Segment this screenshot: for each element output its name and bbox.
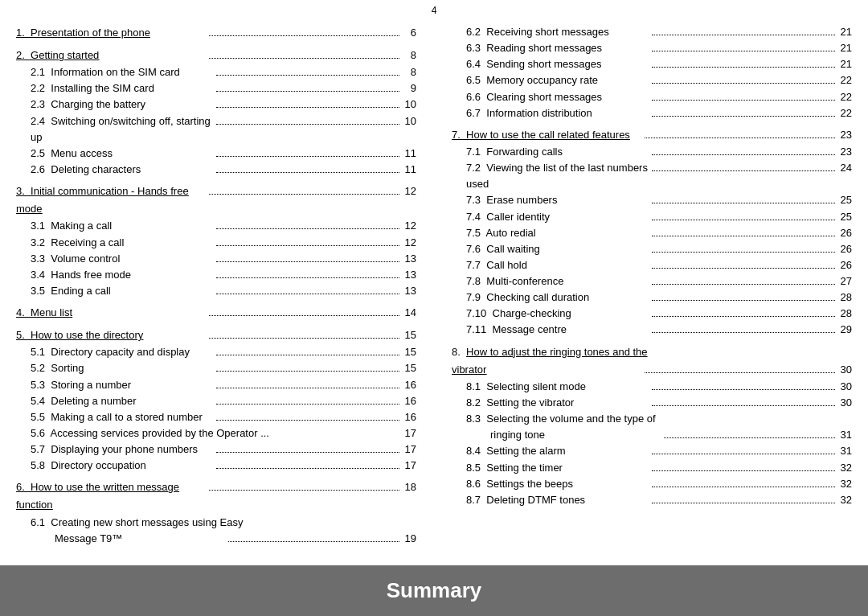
section-3-label: 3. Initial communication - Hands free mo…: [16, 183, 207, 218]
toc-entry-6-7: 6.7 Information distribution 22: [452, 105, 852, 121]
entry-5-2-page: 15: [402, 360, 416, 376]
entry-7-2-dots: [652, 170, 835, 171]
entry-7-9-label: 7.9 Checking call duration: [466, 290, 649, 306]
entry-5-7-label: 5.7 Displaying your phone numbers: [31, 441, 214, 458]
entry-8-1-label: 8.1 Selecting silent mode: [466, 379, 649, 395]
entry-8-2-label: 8.2 Setting the vibrator: [466, 395, 649, 411]
entry-2-6-label: 2.6 Deleting characters: [31, 162, 214, 178]
toc-entry-8-6: 8.6 Settings the beeps 32: [452, 476, 852, 492]
entry-6-7-page: 22: [837, 105, 852, 121]
entry-5-3-page: 16: [402, 377, 416, 393]
toc-header-2: 2. Getting started 8: [16, 47, 416, 64]
toc-entry-8-3: 8.3 Selecting the volume and the type of…: [452, 411, 852, 443]
toc-entry-3-3: 3.3 Volume control 13: [16, 251, 416, 267]
toc-entry-6-2: 6.2 Receiving short messages 21: [452, 24, 852, 40]
entry-6-2-page: 21: [837, 24, 852, 40]
toc-entry-7-2: 7.2 Viewing the list of the last numbers…: [452, 160, 852, 192]
page-number: 4: [0, 0, 868, 18]
toc-entry-8-7: 8.7 Deleting DTMF tones 32: [452, 492, 852, 508]
entry-8-3-page: 31: [837, 427, 852, 443]
entry-3-2-page: 12: [402, 235, 416, 251]
entry-7-7-dots: [652, 268, 835, 269]
entry-3-1-dots: [216, 228, 399, 229]
entry-3-4-page: 13: [402, 267, 416, 283]
section-3-page: 12: [402, 183, 416, 200]
entry-7-10-page: 28: [837, 306, 852, 322]
entry-7-11-page: 29: [837, 322, 852, 338]
toc-entry-6-6: 6.6 Clearing short messages 22: [452, 89, 852, 105]
entry-7-8-page: 27: [837, 273, 852, 290]
entry-8-3-dots: [664, 437, 835, 438]
entry-5-7-dots: [216, 452, 399, 453]
entry-6-7-label: 6.7 Information distribution: [466, 105, 649, 121]
entry-8-7-label: 8.7 Deleting DTMF tones: [466, 492, 649, 508]
toc-entry-7-9: 7.9 Checking call duration 28: [452, 290, 852, 306]
toc-entry-2-1: 2.1 Information on the SIM card 8: [16, 64, 416, 80]
entry-6-6-page: 22: [837, 89, 852, 105]
entry-6-1-dots: [228, 541, 399, 542]
entry-2-3-dots: [216, 107, 399, 108]
section-8-dots: [645, 372, 835, 373]
entry-8-3-label2: ringing tone: [490, 427, 661, 443]
toc-entry-6-5: 6.5 Memory occupancy rate 22: [452, 72, 852, 88]
entry-2-1-dots: [216, 75, 399, 76]
entry-8-6-dots: [652, 487, 835, 487]
toc-entry-3-2: 3.2 Receiving a call 12: [16, 235, 416, 251]
toc-entry-5-3: 5.3 Storing a number 16: [16, 377, 416, 393]
toc-entry-5-7: 5.7 Displaying your phone numbers 17: [16, 441, 416, 458]
entry-3-1-label: 3.1 Making a call: [31, 218, 214, 234]
entry-7-2-label: 7.2 Viewing the list of the last numbers…: [466, 160, 649, 192]
section-8-label: 8. How to adjust the ringing tones and t…: [452, 343, 852, 361]
entry-8-5-page: 32: [837, 460, 852, 476]
toc-entry-7-3: 7.3 Erase numbers 25: [452, 192, 852, 208]
toc-entry-7-8: 7.8 Multi-conference 27: [452, 273, 852, 290]
entry-7-9-dots: [652, 300, 835, 301]
section-2: 2. Getting started 8 2.1 Information on …: [16, 47, 416, 178]
toc-entry-2-4: 2.4 Switching on/switching off, starting…: [16, 113, 416, 146]
entry-5-5-dots: [216, 420, 399, 421]
section-2-label: 2. Getting started: [16, 47, 207, 64]
entry-6-2-label: 6.2 Receiving short messages: [466, 24, 649, 40]
entry-6-5-dots: [652, 83, 835, 84]
section-5-dots: [209, 338, 399, 339]
entry-5-5-page: 16: [402, 409, 416, 425]
entry-8-5-dots: [652, 470, 835, 471]
section-6-label: 6. How to use the written message functi…: [16, 478, 207, 514]
entry-5-7-page: 17: [402, 441, 416, 458]
entry-6-1-page: 19: [402, 531, 416, 547]
entry-2-2-label: 2.2 Installing the SIM card: [31, 80, 214, 97]
toc-header-8: 8. How to adjust the ringing tones and t…: [452, 343, 852, 379]
section-1: 1. Presentation of the phone 6: [16, 24, 416, 42]
entry-7-1-page: 23: [837, 144, 852, 160]
entry-5-1-page: 15: [402, 344, 416, 360]
entry-6-3-page: 21: [837, 40, 852, 56]
entry-6-4-label: 6.4 Sending short messages: [466, 56, 649, 72]
entry-7-4-page: 25: [837, 209, 852, 225]
toc-header-3: 3. Initial communication - Hands free mo…: [16, 183, 416, 218]
content-area: 1. Presentation of the phone 6 2. Gettin…: [0, 18, 868, 559]
entry-7-5-dots: [652, 236, 835, 236]
section-2-page: 8: [402, 47, 416, 64]
toc-entry-7-11: 7.11 Message centre 29: [452, 322, 852, 338]
entry-7-10-label: 7.10 Charge-checking: [466, 306, 649, 322]
entry-3-1-page: 12: [402, 218, 416, 234]
section-6-page: 18: [402, 478, 416, 496]
entry-7-5-label: 7.5 Auto redial: [466, 225, 649, 241]
entry-5-2-dots: [216, 371, 399, 372]
entry-3-4-label: 3.4 Hands free mode: [31, 267, 214, 283]
toc-entry-8-5: 8.5 Setting the timer 32: [452, 460, 852, 476]
entry-2-4-page: 10: [402, 113, 416, 129]
entry-5-2-label: 5.2 Sorting: [31, 360, 214, 376]
entry-8-3-cont: ringing tone 31: [466, 427, 852, 443]
toc-entry-6-4: 6.4 Sending short messages 21: [452, 56, 852, 72]
toc-header-6: 6. How to use the written message functi…: [16, 478, 416, 514]
entry-5-3-dots: [216, 388, 399, 388]
entry-8-1-dots: [652, 389, 835, 390]
entry-2-1-page: 8: [402, 64, 416, 80]
entry-5-4-page: 16: [402, 393, 416, 409]
entry-6-1-cont: Message T9™ 19: [31, 531, 416, 547]
toc-entry-2-5: 2.5 Menu access 11: [16, 146, 416, 162]
section-5-page: 15: [402, 326, 416, 344]
summary-bar: Summary: [0, 565, 868, 616]
entry-2-6-page: 11: [402, 162, 416, 178]
